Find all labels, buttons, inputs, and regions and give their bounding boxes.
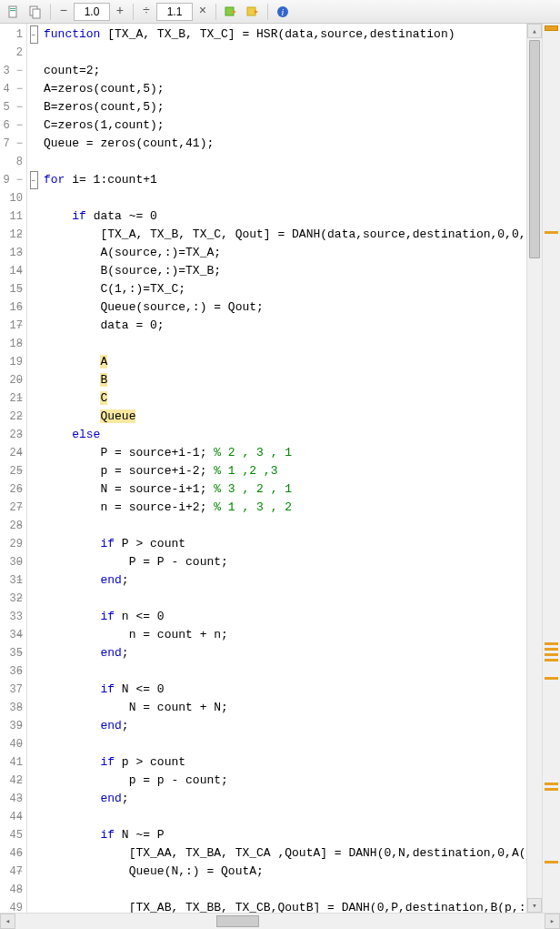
code-line[interactable]: [TX_A, TX_B, TX_C, Qout] = DANH(data,sou… <box>40 226 526 244</box>
code-line[interactable]: if N ~= P <box>40 826 526 844</box>
scroll-up-arrow[interactable]: ▴ <box>527 24 542 38</box>
code-line[interactable]: n = source-i+2; % 1 , 3 , 2 <box>40 499 526 517</box>
warning-marker[interactable] <box>545 653 558 656</box>
line-number: 36 <box>0 662 26 681</box>
code-line[interactable]: Queue(N,:) = QoutA; <box>40 863 526 881</box>
divide-button[interactable]: ÷ <box>138 3 155 21</box>
line-number: 21 <box>0 389 26 408</box>
line-number: 18 <box>0 335 26 353</box>
code-line[interactable]: end; <box>40 644 526 662</box>
code-line[interactable]: C=zeros(1,count); <box>40 116 526 135</box>
code-line[interactable]: if n <= 0 <box>40 608 526 626</box>
code-line[interactable]: p = source+i-2; % 1 ,2 ,3 <box>40 462 526 480</box>
horizontal-scrollbar[interactable]: ◂ ▸ <box>0 913 560 929</box>
horizontal-scroll-track[interactable] <box>15 914 545 929</box>
run-button[interactable] <box>221 2 241 22</box>
code-line[interactable]: function [TX_A, TX_B, TX_C] = HSR(data,s… <box>40 25 526 44</box>
code-area[interactable]: function [TX_A, TX_B, TX_C] = HSR(data,s… <box>40 24 526 913</box>
code-line[interactable] <box>40 808 526 826</box>
warning-marker[interactable] <box>545 677 558 680</box>
code-line[interactable]: A=zeros(count,5); <box>40 80 526 98</box>
code-line[interactable]: count=2; <box>40 62 526 80</box>
code-line[interactable] <box>40 662 526 681</box>
code-line[interactable]: n = count + n; <box>40 626 526 644</box>
warning-summary-marker[interactable] <box>545 25 558 31</box>
scroll-down-arrow[interactable]: ▾ <box>527 898 542 913</box>
new-file-button[interactable] <box>4 2 24 22</box>
code-line[interactable] <box>40 153 526 171</box>
code-line[interactable]: [TX_AA, TX_BA, TX_CA ,QoutA] = DANH(0,N,… <box>40 844 526 863</box>
line-number: 44 <box>0 808 26 826</box>
code-line[interactable]: data = 0; <box>40 317 526 335</box>
horizontal-scroll-thumb[interactable] <box>216 915 259 927</box>
fold-toggle[interactable]: − <box>30 25 38 44</box>
line-number: 31 <box>0 571 26 590</box>
zoom-value-input[interactable] <box>74 3 110 21</box>
line-number: 19 <box>0 353 26 371</box>
line-number: 13 <box>0 244 26 262</box>
code-line[interactable] <box>40 517 526 535</box>
zoom-in-button[interactable]: + <box>112 3 128 21</box>
code-line[interactable]: end; <box>40 571 526 590</box>
code-line[interactable] <box>40 735 526 753</box>
code-line[interactable]: [TX_AB, TX_BB, TX_CB,QoutB] = DANH(0,P,d… <box>40 899 526 913</box>
code-line[interactable]: p = p - count; <box>40 772 526 790</box>
code-line[interactable]: C <box>40 389 526 408</box>
code-line[interactable]: Queue <box>40 408 526 426</box>
help-button[interactable]: i <box>273 2 293 22</box>
warning-marker[interactable] <box>545 788 558 791</box>
run-section-button[interactable] <box>243 2 263 22</box>
copy-button[interactable] <box>25 2 45 22</box>
code-line[interactable]: if P > count <box>40 535 526 553</box>
line-number: 25 <box>0 462 26 480</box>
line-number: 40 <box>0 735 26 753</box>
code-line[interactable]: for i= 1:count+1 <box>40 171 526 189</box>
code-line[interactable]: N = count + N; <box>40 699 526 717</box>
code-line[interactable]: else <box>40 426 526 444</box>
step-value-input[interactable] <box>156 3 193 21</box>
info-icon: i <box>275 5 290 19</box>
code-line[interactable]: if data ~= 0 <box>40 207 526 226</box>
line-number: 20 <box>0 371 26 389</box>
warning-marker[interactable] <box>545 861 558 863</box>
vertical-scroll-thumb[interactable] <box>529 40 540 258</box>
code-line[interactable]: if p > count <box>40 753 526 772</box>
code-line[interactable]: P = P - count; <box>40 553 526 571</box>
fold-toggle[interactable]: − <box>30 171 38 189</box>
code-line[interactable] <box>40 335 526 353</box>
code-line[interactable]: B(source,:)=TX_B; <box>40 262 526 280</box>
code-line[interactable]: end; <box>40 790 526 808</box>
code-line[interactable] <box>40 590 526 608</box>
code-line[interactable]: Queue(source,:) = Qout; <box>40 298 526 317</box>
code-line[interactable] <box>40 189 526 207</box>
editor: 1234567891011121314151617181920212223242… <box>0 24 560 913</box>
code-line[interactable]: P = source+i-1; % 2 , 3 , 1 <box>40 444 526 462</box>
warning-marker[interactable] <box>545 648 558 651</box>
svg-rect-0 <box>9 6 16 17</box>
code-line[interactable]: if N <= 0 <box>40 681 526 699</box>
vertical-scrollbar[interactable]: ▴ ▾ <box>526 24 542 913</box>
code-line[interactable]: N = source-i+1; % 3 , 2 , 1 <box>40 480 526 499</box>
run-icon <box>224 5 238 19</box>
line-number: 1 <box>0 25 26 44</box>
code-line[interactable] <box>40 881 526 899</box>
code-line[interactable] <box>40 44 526 62</box>
marker-strip <box>542 24 560 913</box>
scroll-left-arrow[interactable]: ◂ <box>0 914 15 929</box>
code-line[interactable]: A <box>40 353 526 371</box>
code-line[interactable]: B <box>40 371 526 389</box>
scroll-right-arrow[interactable]: ▸ <box>545 914 560 929</box>
code-line[interactable]: C(1,:)=TX_C; <box>40 280 526 298</box>
warning-marker[interactable] <box>545 642 558 645</box>
code-line[interactable]: A(source,:)=TX_A; <box>40 244 526 262</box>
warning-marker[interactable] <box>545 783 558 785</box>
multiply-button[interactable]: × <box>195 3 211 21</box>
toolbar: − + ÷ × i <box>0 0 560 24</box>
line-number: 9 <box>0 171 26 189</box>
zoom-out-button[interactable]: − <box>55 3 72 21</box>
code-line[interactable]: end; <box>40 717 526 735</box>
warning-marker[interactable] <box>545 659 558 661</box>
code-line[interactable]: B=zeros(count,5); <box>40 98 526 116</box>
warning-marker[interactable] <box>545 231 558 234</box>
code-line[interactable]: Queue = zeros(count,41); <box>40 135 526 153</box>
